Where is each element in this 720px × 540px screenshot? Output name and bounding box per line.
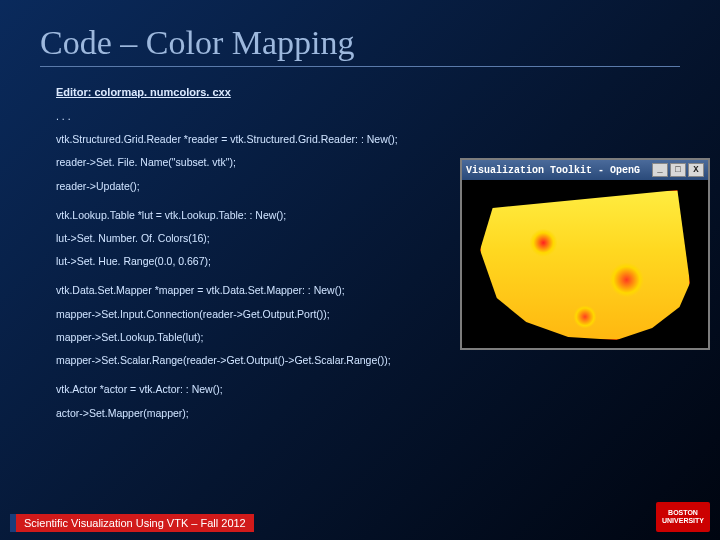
window-titlebar: Visualization Toolkit - OpenG _ □ X: [462, 160, 708, 180]
render-window: Visualization Toolkit - OpenG _ □ X: [460, 158, 710, 350]
window-title-text: Visualization Toolkit - OpenG: [466, 165, 640, 176]
logo-line1: BOSTON: [668, 509, 698, 517]
code-line: actor->Set.Mapper(mapper);: [56, 406, 720, 421]
code-line: . . .: [56, 109, 720, 124]
close-button[interactable]: X: [688, 163, 704, 177]
render-canvas: [462, 180, 708, 348]
logo-line2: UNIVERSITY: [662, 517, 704, 525]
code-line: mapper->Set.Scalar.Range(reader->Get.Out…: [56, 353, 720, 368]
bu-logo: BOSTON UNIVERSITY: [656, 502, 710, 532]
footer-banner: Scientific Visualization Using VTK – Fal…: [10, 514, 254, 532]
colormap-mesh-icon: [480, 190, 690, 340]
maximize-button[interactable]: □: [670, 163, 686, 177]
editor-label: Editor: colormap. numcolors. cxx: [56, 85, 720, 101]
slide-title: Code – Color Mapping: [40, 24, 680, 67]
code-line: vtk.Structured.Grid.Reader *reader = vtk…: [56, 132, 720, 147]
code-line: vtk.Actor *actor = vtk.Actor: : New();: [56, 382, 720, 397]
minimize-button[interactable]: _: [652, 163, 668, 177]
